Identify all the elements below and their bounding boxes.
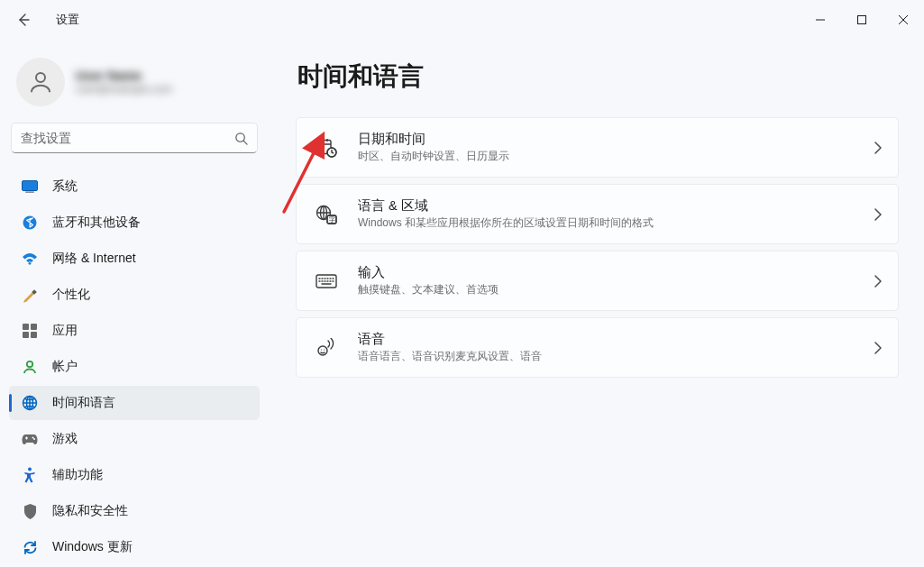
section-subtitle: Windows 和某些应用根据你所在的区域设置日期和时间的格式 — [358, 215, 874, 231]
section-subtitle: 时区、自动时钟设置、日历显示 — [358, 149, 874, 164]
back-button[interactable] — [7, 4, 40, 36]
sidebar-item-label: 时间和语言 — [52, 395, 115, 411]
sidebar-item-label: 隐私和安全性 — [52, 503, 128, 519]
search-icon — [234, 132, 248, 145]
accounts-icon — [22, 359, 38, 375]
title-bar: 设置 — [0, 0, 924, 40]
chevron-right-icon — [874, 275, 882, 288]
svg-rect-3 — [23, 181, 38, 191]
back-arrow-icon — [16, 13, 31, 27]
sidebar-item-label: 蓝牙和其他设备 — [52, 215, 141, 231]
section-speech[interactable]: 语音 语音语言、语音识别麦克风设置、语音 — [296, 317, 899, 378]
svg-rect-9 — [31, 324, 37, 330]
chevron-right-icon — [874, 208, 882, 221]
sidebar-item-accessibility[interactable]: 辅助功能 — [9, 458, 260, 492]
svg-rect-10 — [23, 332, 29, 338]
accessibility-icon — [22, 467, 38, 483]
svg-point-12 — [27, 361, 32, 367]
svg-rect-8 — [23, 324, 29, 330]
sidebar-item-label: 辅助功能 — [52, 467, 103, 483]
svg-point-28 — [321, 349, 322, 350]
search-box[interactable] — [11, 123, 258, 153]
section-subtitle: 语音语言、语音识别麦克风设置、语音 — [358, 349, 874, 364]
section-subtitle: 触摸键盘、文本建议、首选项 — [358, 282, 874, 297]
sidebar-item-personalize[interactable]: 个性化 — [9, 278, 260, 312]
svg-rect-11 — [31, 332, 37, 338]
sidebar-item-label: 帐户 — [52, 359, 78, 375]
svg-point-17 — [28, 468, 32, 471]
search-input[interactable] — [21, 131, 234, 145]
user-email: user@example.com — [76, 83, 172, 96]
nav-list: 系统 蓝牙和其他设备 网络 & Internet 个性化 — [9, 169, 260, 564]
globe-char-icon: 字 — [315, 203, 338, 226]
svg-point-1 — [36, 73, 45, 82]
section-language-region[interactable]: 字 语言 & 区域 Windows 和某些应用根据你所在的区域设置日期和时间的格… — [296, 184, 899, 244]
gaming-icon — [22, 431, 38, 447]
privacy-icon — [22, 503, 38, 519]
sidebar-item-label: 系统 — [52, 178, 78, 195]
svg-point-15 — [32, 437, 34, 439]
sidebar-item-privacy[interactable]: 隐私和安全性 — [9, 494, 260, 528]
sidebar-item-label: 网络 & Internet — [52, 251, 136, 267]
sidebar-item-time-language[interactable]: 时间和语言 — [9, 386, 260, 420]
close-icon — [899, 15, 908, 24]
sidebar-item-label: 游戏 — [52, 431, 78, 447]
chevron-right-icon — [874, 142, 882, 154]
section-list: 日期和时间 时区、自动时钟设置、日历显示 字 — [296, 117, 899, 380]
person-icon — [27, 69, 54, 96]
user-name: User Name — [76, 69, 172, 83]
maximize-button[interactable] — [841, 5, 883, 34]
window-controls — [800, 5, 924, 34]
bluetooth-icon — [22, 215, 38, 231]
svg-point-27 — [318, 346, 327, 355]
update-icon — [22, 539, 38, 555]
chevron-right-icon — [874, 342, 882, 354]
sidebar-item-accounts[interactable]: 帐户 — [9, 350, 260, 384]
app-title: 设置 — [56, 13, 79, 28]
svg-rect-0 — [858, 16, 866, 24]
avatar — [16, 58, 65, 106]
sidebar-item-label: 应用 — [52, 323, 78, 339]
sidebar-item-apps[interactable]: 应用 — [9, 314, 260, 348]
system-icon — [22, 178, 38, 195]
speech-icon — [315, 336, 338, 360]
time-language-icon — [22, 395, 38, 411]
calendar-clock-icon — [315, 136, 338, 160]
svg-point-6 — [29, 262, 32, 265]
sidebar-item-system[interactable]: 系统 — [9, 169, 260, 204]
maximize-icon — [857, 15, 866, 24]
sidebar-item-network[interactable]: 网络 & Internet — [9, 242, 260, 276]
section-title: 语音 — [358, 331, 874, 348]
page-title: 时间和语言 — [297, 59, 899, 94]
section-title: 语言 & 区域 — [358, 197, 874, 215]
sidebar-item-label: 个性化 — [52, 287, 90, 303]
close-button[interactable] — [883, 5, 924, 34]
sidebar-item-update[interactable]: Windows 更新 — [9, 530, 260, 564]
svg-point-2 — [236, 133, 244, 141]
sidebar-item-label: Windows 更新 — [52, 539, 133, 555]
section-date-time[interactable]: 日期和时间 时区、自动时钟设置、日历显示 — [296, 117, 899, 178]
user-block[interactable]: User Name user@example.com — [9, 49, 260, 123]
section-title: 日期和时间 — [358, 131, 874, 148]
svg-point-16 — [33, 438, 35, 440]
section-title: 输入 — [358, 264, 874, 281]
sidebar: User Name user@example.com 系统 — [0, 40, 270, 567]
minimize-icon — [816, 15, 825, 24]
section-typing[interactable]: 输入 触摸键盘、文本建议、首选项 — [296, 251, 899, 311]
svg-rect-4 — [25, 192, 34, 193]
personalize-icon — [22, 287, 38, 303]
apps-icon — [22, 323, 38, 339]
sidebar-item-bluetooth[interactable]: 蓝牙和其他设备 — [9, 206, 260, 240]
sidebar-item-gaming[interactable]: 游戏 — [9, 422, 260, 456]
keyboard-icon — [315, 270, 338, 293]
svg-point-29 — [324, 349, 325, 350]
minimize-button[interactable] — [800, 5, 841, 34]
svg-text:字: 字 — [329, 216, 335, 223]
content-area: 时间和语言 日期和时间 时区、自动时钟设置、日历显示 — [270, 40, 924, 567]
network-icon — [22, 251, 38, 267]
